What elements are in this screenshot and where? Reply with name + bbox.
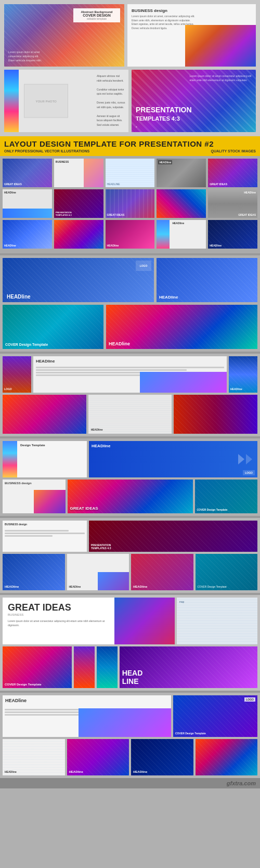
logo-corner: LOGO	[243, 470, 255, 475]
top-preview-area: Abstract Background COVER DESIGN editabl…	[0, 0, 260, 136]
presentation-templates-card: PRESENTATION TEMPLATES 4:3 Lorem ipsum d…	[132, 70, 256, 132]
banner-sub-row: ONLY PROFESSIONAL VECTOR ILLUSTRATIONS Q…	[4, 149, 256, 153]
abstract-small-1	[196, 739, 258, 775]
thumb-world-map: HEADLINE	[106, 159, 155, 187]
top-row-2: YOUR PHOTO Aliquam ultrices nisl nibh ve…	[4, 70, 256, 132]
thumb-gi-2: GREAT IDEAS	[106, 189, 155, 218]
design-template-label: Design Template	[20, 444, 45, 447]
arrows-container	[238, 454, 252, 464]
light-1-sidebar	[157, 220, 170, 249]
abstract-cover-1: COVER Design Template	[3, 646, 72, 688]
wide-white-card: HEADline	[33, 356, 227, 393]
business-pres-section: BUSINESS design PRESENTATIONTEMPLATES 4:…	[0, 518, 260, 593]
cover-colorful-logo: LOGO	[244, 697, 255, 702]
map-text: HEADLINE	[107, 183, 120, 186]
headline-blue-grad: HEADline	[4, 244, 16, 247]
thumb-headline-blue: HEADline	[3, 189, 52, 218]
headline-lg-text-1: HEADline	[7, 294, 31, 300]
vertical-row-1: LOGO HEADline HEADline	[3, 356, 257, 393]
cover-design-blue: COVER Design Template	[195, 480, 258, 513]
headline-arrows-label: HEADline	[92, 444, 110, 448]
gi-large-body: Lorem ipsum dolor sit amet consectetur a…	[8, 619, 105, 627]
hb-row-1: HEADline LOGO COVER Design Template	[3, 695, 257, 737]
cover-colorful-label: COVER Design Template	[175, 732, 206, 735]
biz-white-1: BUSINESS design	[3, 521, 87, 552]
business-sm-title: BUSINESS design	[5, 482, 32, 485]
gi-map-card: map	[177, 598, 257, 644]
thumb-row-1: GREAT IDEAS BUSINESS HEADLINE HEADline G…	[3, 159, 257, 187]
vertical-row-2: HEADline	[3, 395, 257, 434]
cover-text-box: Abstract Background COVER DESIGN editabl…	[73, 8, 120, 22]
headline-blue-arrows: HEADline LOGO	[89, 441, 257, 477]
arrow-2	[246, 454, 252, 464]
headline-large-section: LOGO HEADline HEADline COVER Design Temp…	[0, 255, 260, 352]
thumb-great-ideas-1: GREAT IDEAS	[3, 159, 52, 187]
headline-dark-label: HEADline	[210, 244, 222, 247]
biz-white-label: BUSINESS design	[5, 523, 27, 526]
design-sidebar	[3, 441, 17, 477]
thumb-light-1: HEADline	[157, 220, 206, 249]
thumb-business-sm: BUSINESS	[54, 159, 103, 187]
banner-sub-right: QUALITY STOCK IMAGES	[211, 149, 256, 153]
headline-lg-text-2: HEADline	[159, 295, 178, 300]
vertical-cards-section: LOGO HEADline HEADline HEADline	[0, 354, 260, 436]
headline-vert-label-1: HEADline	[5, 585, 19, 588]
pres-templates-sm: PRESENTATIONTEMPLATES 4:3	[89, 521, 257, 552]
thumb-row-2: HEADline PRESENTATIONTEMPLATES 4:3 GREAT…	[3, 189, 257, 218]
headline-city-label: HEADline	[158, 160, 172, 164]
photo-template-text: Aliquam ultrices nisl nibh vehicula hend…	[97, 74, 125, 127]
thumb-great-ideas-colorful: GREAT IDEAS	[208, 159, 257, 187]
abstract-colorful-2	[174, 395, 257, 434]
business-design-sm: BUSINESS design	[3, 480, 66, 513]
side-color-bar	[4, 70, 19, 132]
site-watermark: gfxtra.com	[0, 778, 260, 788]
abstract-cover-label: COVER Design Template	[5, 683, 42, 686]
thumb-colorful-multi	[157, 189, 206, 218]
headline-vert-1: HEADline	[3, 554, 65, 590]
headline-lg-row-1: LOGO HEADline HEADline	[3, 258, 257, 302]
headline-map-label: HEADline	[91, 428, 103, 431]
biz-pres-row-2: HEADline HEADline HEADline COVER Design …	[3, 554, 257, 590]
photo-frame-area: YOUR PHOTO	[24, 84, 68, 118]
vert-narrow-1	[74, 646, 95, 688]
great-ideas-large-section: GREAT IDEAS BUSINESS Lorem ipsum dolor s…	[0, 595, 260, 691]
abstract-colorful-1	[3, 395, 86, 434]
headline-bottom-section: HEADline LOGO COVER Design Template HEAD…	[0, 693, 260, 778]
headline-vert-label-2: HEADline	[69, 585, 81, 588]
headline-white-lg: HEADline	[3, 695, 171, 737]
text-line-4	[36, 374, 149, 376]
headline-lg-blue-1: LOGO HEADline	[3, 258, 154, 302]
pres-lorem: Lorem ipsum dolor sit amet consectetur a…	[190, 74, 252, 82]
design-row-1: Design Template HEADline LOGO	[3, 441, 257, 477]
headline-pink-label: HEADline	[107, 244, 119, 247]
gi-large-row-1: GREAT IDEAS BUSINESS Lorem ipsum dolor s…	[3, 598, 257, 644]
tall-purple-card: LOGO	[3, 356, 31, 393]
cover-design-card: Abstract Background COVER DESIGN editabl…	[4, 4, 124, 67]
cover-design-teal: COVER Design Template	[3, 305, 103, 349]
headline-blue-bar	[3, 209, 52, 218]
thumb-row-3: HEADline HEADline HEADline HEADline	[3, 220, 257, 249]
watermark-text: gfxtra.com	[227, 780, 256, 786]
your-photo-label: YOUR PHOTO	[35, 99, 56, 102]
gi-large-row-2: COVER Design Template HEADLINE	[3, 646, 257, 688]
your-photo-box: YOUR PHOTO	[24, 84, 68, 118]
biz-line-1	[5, 530, 69, 532]
business-sm-label: BUSINESS	[56, 160, 69, 163]
headline-lg-blue-2: HEADline	[157, 258, 257, 302]
pres-sm-text: PRESENTATIONTEMPLATES 4:3	[91, 543, 111, 550]
text-line-1	[36, 367, 224, 368]
thumb-abstract-multi	[54, 220, 103, 249]
headline-vert-2: HEADline	[67, 554, 129, 590]
thumb-headline-city-2: HEADline GREAT IDEAS	[208, 189, 257, 218]
cover-colorful: LOGO COVER Design Template	[173, 695, 257, 737]
arrow-1	[238, 454, 244, 464]
design-row-2: BUSINESS design GREAT IDEAS COVER Design…	[3, 480, 257, 513]
pres-sm-label: PRESENTATIONTEMPLATES 4:3	[56, 211, 72, 216]
tall-purple-label: LOGO	[4, 387, 12, 391]
great-ideas-colorful-lg: GREAT IDEAS	[70, 506, 98, 511]
headline-map-white: HEADline	[3, 739, 65, 775]
biz-line-3	[5, 535, 53, 537]
thumbs-section-1: GREAT IDEAS BUSINESS HEADLINE HEADline G…	[0, 156, 260, 253]
headline-blue-label: HEADline	[4, 191, 16, 194]
gi-city-label: GREAT IDEAS	[238, 213, 256, 216]
